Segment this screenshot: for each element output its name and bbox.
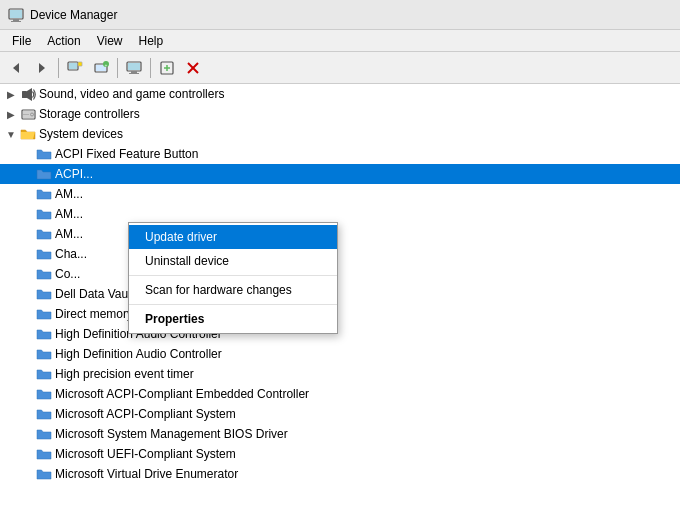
tree-item-cha[interactable]: ▶ Cha...	[0, 244, 680, 264]
back-button[interactable]	[4, 56, 28, 80]
computer-toolbar-button[interactable]	[122, 56, 146, 80]
ms-sys-mgmt-label: Microsoft System Management BIOS Driver	[55, 427, 288, 441]
tree-item-dell-data[interactable]: ▶ Dell Data Vault Control Device	[0, 284, 680, 304]
icon-am3	[36, 226, 52, 242]
title-bar: Device Manager	[0, 0, 680, 30]
icon-ms-acpi-emb	[36, 386, 52, 402]
svg-rect-14	[128, 63, 140, 70]
title-bar-app-icon	[8, 7, 24, 23]
toggle-system[interactable]: ▼	[4, 127, 18, 141]
svg-rect-8	[78, 62, 82, 66]
cha-label: Cha...	[55, 247, 87, 261]
ms-vde-label: Microsoft Virtual Drive Enumerator	[55, 467, 238, 481]
app-title: Device Manager	[30, 8, 117, 22]
icon-dell-data	[36, 286, 52, 302]
svg-rect-22	[22, 91, 27, 98]
update-driver-toolbar-button[interactable]: +	[89, 56, 113, 80]
am3-label: AM...	[55, 227, 83, 241]
hpet-label: High precision event timer	[55, 367, 194, 381]
system-label: System devices	[39, 127, 123, 141]
toggle-sound[interactable]: ▶	[4, 87, 18, 101]
icon-hda2	[36, 346, 52, 362]
tree-item-direct-mem[interactable]: ▶ Direct memory access controller	[0, 304, 680, 324]
icon-hda1	[36, 326, 52, 342]
svg-rect-15	[131, 71, 137, 73]
tree-item-ms-uefi[interactable]: ▶ Microsoft UEFI-Compliant System	[0, 444, 680, 464]
acpi-fixed-label: ACPI Fixed Feature Button	[55, 147, 198, 161]
co-label: Co...	[55, 267, 80, 281]
tree-item-ms-acpi-emb[interactable]: ▶ Microsoft ACPI-Compliant Embedded Cont…	[0, 384, 680, 404]
tree-item-acpi-fixed[interactable]: ▶ ACPI Fixed Feature Button	[0, 144, 680, 164]
am2-label: AM...	[55, 207, 83, 221]
acpi-x-label: ACPI...	[55, 167, 93, 181]
properties-toolbar-button[interactable]	[63, 56, 87, 80]
remove-toolbar-button[interactable]	[181, 56, 205, 80]
svg-rect-16	[129, 73, 139, 74]
svg-rect-2	[11, 21, 21, 22]
ms-acpi-emb-label: Microsoft ACPI-Compliant Embedded Contro…	[55, 387, 309, 401]
svg-marker-4	[13, 63, 19, 73]
tree-item-system[interactable]: ▼ System devices	[0, 124, 680, 144]
ctx-update-driver[interactable]: Update driver	[129, 225, 337, 249]
icon-ms-acpi-sys	[36, 406, 52, 422]
tree-item-storage[interactable]: ▶ Storage controllers	[0, 104, 680, 124]
menu-action[interactable]: Action	[39, 32, 88, 50]
icon-cha	[36, 246, 52, 262]
toolbar-sep-1	[58, 58, 59, 78]
am1-label: AM...	[55, 187, 83, 201]
storage-label: Storage controllers	[39, 107, 140, 121]
forward-button[interactable]	[30, 56, 54, 80]
tree-item-ms-vde[interactable]: ▶ Microsoft Virtual Drive Enumerator	[0, 464, 680, 484]
svg-rect-3	[10, 10, 22, 18]
icon-direct-mem	[36, 306, 52, 322]
menu-file[interactable]: File	[4, 32, 39, 50]
tree-item-acpi-x[interactable]: ▶ ACPI...	[0, 164, 680, 184]
ms-uefi-label: Microsoft UEFI-Compliant System	[55, 447, 236, 461]
menu-bar: File Action View Help	[0, 30, 680, 52]
tree-item-am1[interactable]: ▶ AM...	[0, 184, 680, 204]
svg-rect-1	[13, 19, 19, 21]
tree-item-ms-acpi-sys[interactable]: ▶ Microsoft ACPI-Compliant System	[0, 404, 680, 424]
tree-item-ms-sys-mgmt[interactable]: ▶ Microsoft System Management BIOS Drive…	[0, 424, 680, 444]
device-tree[interactable]: ▶ Sound, video and game controllers ▶ St…	[0, 84, 680, 529]
icon-acpi-x	[36, 166, 52, 182]
ctx-uninstall-device[interactable]: Uninstall device	[129, 249, 337, 273]
menu-help[interactable]: Help	[131, 32, 172, 50]
ms-acpi-sys-label: Microsoft ACPI-Compliant System	[55, 407, 236, 421]
icon-ms-sys-mgmt	[36, 426, 52, 442]
tree-item-hda2[interactable]: ▶ High Definition Audio Controller	[0, 344, 680, 364]
icon-storage	[20, 106, 36, 122]
ctx-properties[interactable]: Properties	[129, 307, 337, 331]
toggle-storage[interactable]: ▶	[4, 107, 18, 121]
toolbar-sep-3	[150, 58, 151, 78]
ctx-scan-hardware[interactable]: Scan for hardware changes	[129, 278, 337, 302]
toolbar-sep-2	[117, 58, 118, 78]
svg-text:+: +	[105, 61, 108, 67]
add-toolbar-button[interactable]	[155, 56, 179, 80]
context-menu: Update driver Uninstall device Scan for …	[128, 222, 338, 334]
icon-acpi-fixed	[36, 146, 52, 162]
tree-item-hda1[interactable]: ▶ High Definition Audio Controller	[0, 324, 680, 344]
tree-item-hpet[interactable]: ▶ High precision event timer	[0, 364, 680, 384]
icon-am1	[36, 186, 52, 202]
svg-rect-7	[69, 63, 77, 69]
icon-hpet	[36, 366, 52, 382]
icon-ms-vde	[36, 466, 52, 482]
tree-item-am3[interactable]: ▶ AM...	[0, 224, 680, 244]
toolbar: +	[0, 52, 680, 84]
tree-item-am2[interactable]: ▶ AM...	[0, 204, 680, 224]
ctx-sep-1	[129, 275, 337, 276]
ctx-sep-2	[129, 304, 337, 305]
icon-co	[36, 266, 52, 282]
svg-marker-23	[27, 88, 32, 101]
icon-ms-uefi	[36, 446, 52, 462]
svg-marker-5	[39, 63, 45, 73]
tree-item-co[interactable]: ▶ Co...	[0, 264, 680, 284]
icon-system	[20, 126, 36, 142]
icon-am2	[36, 206, 52, 222]
tree-item-sound[interactable]: ▶ Sound, video and game controllers	[0, 84, 680, 104]
hda2-label: High Definition Audio Controller	[55, 347, 222, 361]
menu-view[interactable]: View	[89, 32, 131, 50]
icon-sound	[20, 86, 36, 102]
sound-label: Sound, video and game controllers	[39, 87, 224, 101]
